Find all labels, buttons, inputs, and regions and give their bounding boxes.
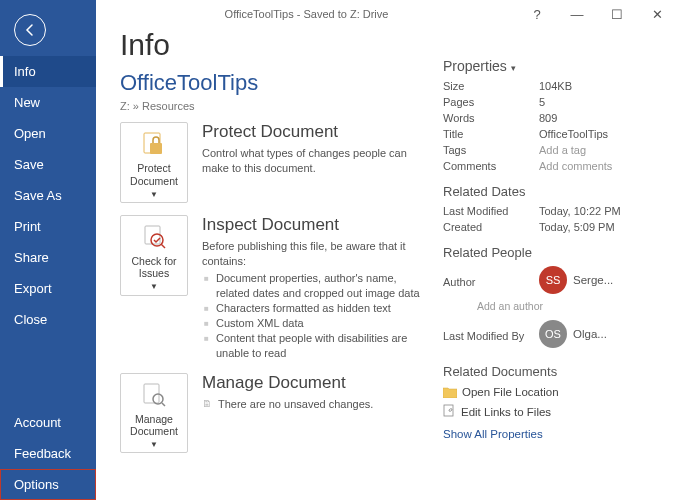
manage-desc: There are no unsaved changes. — [218, 397, 373, 412]
page-title: Info — [120, 28, 423, 62]
nav-options[interactable]: Options — [0, 469, 96, 500]
inspect-item: Characters formatted as hidden text — [202, 301, 423, 316]
protect-document-button[interactable]: Protect Document▼ — [120, 122, 188, 203]
inspect-item: Content that people with disabilities ar… — [202, 331, 423, 361]
prop-title-value[interactable]: OfficeToolTips — [539, 128, 661, 140]
manage-document-button[interactable]: Manage Document▼ — [120, 373, 188, 454]
titlebar: OfficeToolTips - Saved to Z: Drive ? — ☐… — [96, 0, 677, 28]
open-file-location[interactable]: Open File Location — [443, 383, 661, 401]
author-name[interactable]: Serge... — [573, 274, 613, 286]
nav-share[interactable]: Share — [0, 242, 96, 273]
last-modified-label: Last Modified — [443, 205, 539, 217]
lock-icon — [123, 129, 185, 159]
last-modified-by-label: Last Modified By — [443, 330, 539, 342]
inspect-item: Custom XML data — [202, 316, 423, 331]
maximize-button[interactable]: ☐ — [597, 7, 637, 22]
inspect-item: Document properties, author's name, rela… — [202, 271, 423, 301]
protect-button-label: Protect Document — [123, 162, 185, 187]
prop-size-value: 104KB — [539, 80, 661, 92]
arrow-left-icon — [22, 22, 38, 38]
chevron-down-icon: ▼ — [150, 440, 158, 450]
prop-pages-label: Pages — [443, 96, 539, 108]
nav-account[interactable]: Account — [0, 407, 96, 438]
nav-save[interactable]: Save — [0, 149, 96, 180]
related-documents-header: Related Documents — [443, 364, 661, 379]
avatar[interactable]: SS — [539, 266, 567, 294]
svg-rect-1 — [150, 143, 162, 154]
avatar[interactable]: OS — [539, 320, 567, 348]
prop-comments-value[interactable]: Add comments — [539, 160, 661, 172]
inspect-icon — [123, 222, 185, 252]
backstage-sidebar: Info New Open Save Save As Print Share E… — [0, 0, 96, 500]
manage-title: Manage Document — [202, 373, 423, 393]
protect-title: Protect Document — [202, 122, 423, 142]
chevron-down-icon: ▼ — [150, 190, 158, 200]
manage-button-label: Manage Document — [123, 413, 185, 438]
inspect-title: Inspect Document — [202, 215, 423, 235]
prop-pages-value: 5 — [539, 96, 661, 108]
links-icon — [443, 404, 456, 419]
minimize-button[interactable]: — — [557, 7, 597, 22]
add-author[interactable]: Add an author — [477, 300, 661, 312]
prop-tags-label: Tags — [443, 144, 539, 156]
document-path: Z: » Resources — [120, 100, 423, 112]
manage-icon — [123, 380, 185, 410]
protect-desc: Control what types of changes people can… — [202, 146, 423, 176]
help-button[interactable]: ? — [517, 7, 557, 22]
prop-comments-label: Comments — [443, 160, 539, 172]
prop-words-value: 809 — [539, 112, 661, 124]
back-button[interactable] — [14, 14, 46, 46]
properties-header[interactable]: Properties ▾ — [443, 58, 661, 74]
author-label: Author — [443, 276, 539, 288]
chevron-down-icon: ▾ — [511, 63, 516, 73]
prop-words-label: Words — [443, 112, 539, 124]
created-label: Created — [443, 221, 539, 233]
related-people-header: Related People — [443, 245, 661, 260]
window-title: OfficeToolTips - Saved to Z: Drive — [96, 8, 517, 20]
nav-new[interactable]: New — [0, 87, 96, 118]
inspect-button-label: Check for Issues — [123, 255, 185, 280]
show-all-properties[interactable]: Show All Properties — [443, 428, 661, 440]
inspect-desc: Before publishing this file, be aware th… — [202, 239, 423, 269]
related-dates-header: Related Dates — [443, 184, 661, 199]
nav-print[interactable]: Print — [0, 211, 96, 242]
prop-tags-value[interactable]: Add a tag — [539, 144, 661, 156]
nav-save-as[interactable]: Save As — [0, 180, 96, 211]
last-modified-by-name[interactable]: Olga... — [573, 328, 607, 340]
created-value: Today, 5:09 PM — [539, 221, 661, 233]
nav-open[interactable]: Open — [0, 118, 96, 149]
nav-feedback[interactable]: Feedback — [0, 438, 96, 469]
document-icon: 🗎 — [202, 397, 212, 411]
chevron-down-icon: ▼ — [150, 282, 158, 292]
last-modified-value: Today, 10:22 PM — [539, 205, 661, 217]
check-for-issues-button[interactable]: Check for Issues▼ — [120, 215, 188, 296]
close-button[interactable]: ✕ — [637, 7, 677, 22]
folder-icon — [443, 387, 457, 398]
inspect-list: Document properties, author's name, rela… — [202, 271, 423, 360]
prop-size-label: Size — [443, 80, 539, 92]
edit-links-to-files[interactable]: Edit Links to Files — [443, 401, 661, 422]
nav-export[interactable]: Export — [0, 273, 96, 304]
nav-close[interactable]: Close — [0, 304, 96, 335]
document-name[interactable]: OfficeToolTips — [120, 70, 423, 96]
prop-title-label: Title — [443, 128, 539, 140]
nav-info[interactable]: Info — [0, 56, 96, 87]
